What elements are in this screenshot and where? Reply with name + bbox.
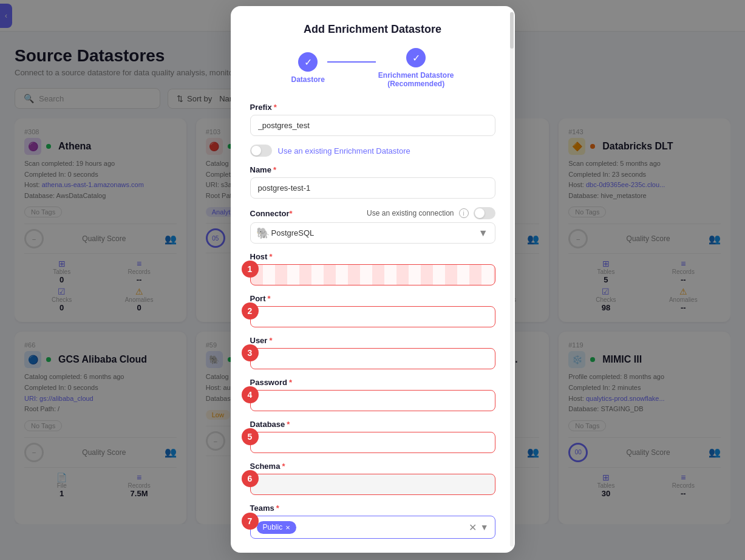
database-label: Database* bbox=[250, 420, 495, 429]
toggle-knob bbox=[251, 146, 261, 155]
name-input[interactable] bbox=[250, 177, 495, 199]
info-icon: i bbox=[459, 208, 469, 218]
modal-title: Add Enrichment Datastore bbox=[250, 23, 495, 36]
connector-label: Connector* bbox=[250, 209, 293, 218]
user-group: 3 User* bbox=[250, 336, 495, 369]
postgresql-icon: 🐘 bbox=[256, 227, 270, 240]
step-label-2: Enrichment Datastore(Recommended) bbox=[378, 71, 454, 88]
user-label: User* bbox=[250, 336, 495, 345]
add-enrichment-modal: Add Enrichment Datastore ✓ Datastore ✓ E… bbox=[231, 6, 515, 553]
name-group: Name* bbox=[250, 165, 495, 199]
prefix-label: Prefix* bbox=[250, 103, 495, 112]
host-group: 1 Host* bbox=[250, 252, 495, 285]
team-tag-public: Public × bbox=[257, 521, 296, 534]
step-datastore: ✓ Datastore bbox=[291, 52, 324, 84]
step-badge-3: 3 bbox=[242, 344, 259, 361]
teams-dropdown-arrow[interactable]: ▼ bbox=[480, 522, 489, 532]
database-input[interactable] bbox=[250, 432, 495, 453]
schema-group: 6 Schema* bbox=[250, 462, 495, 495]
connector-group: Connector* Use an existing connection i … bbox=[250, 207, 495, 244]
modal-scrollbar-thumb[interactable] bbox=[510, 12, 514, 49]
host-label: Host* bbox=[250, 252, 495, 261]
password-label: Password* bbox=[250, 378, 495, 387]
step-badge-1: 1 bbox=[242, 261, 259, 278]
connector-row: Connector* Use an existing connection i bbox=[250, 207, 495, 219]
database-group: 5 Database* bbox=[250, 420, 495, 453]
step-badge-4: 4 bbox=[242, 386, 259, 403]
team-tag-label: Public bbox=[263, 523, 283, 531]
user-input[interactable] bbox=[250, 348, 495, 369]
schema-label: Schema* bbox=[250, 462, 495, 471]
port-label: Port* bbox=[250, 294, 495, 303]
existing-conn-toggle[interactable] bbox=[474, 207, 495, 219]
existing-toggle-row: Use an existing Enrichment Datastore bbox=[250, 145, 495, 157]
step-circle-1: ✓ bbox=[298, 52, 318, 72]
prefix-group: Prefix* bbox=[250, 103, 495, 136]
name-label: Name* bbox=[250, 165, 495, 174]
step-label-1: Datastore bbox=[291, 75, 324, 84]
connector-select-wrap: 🐘 PostgreSQL ▼ bbox=[250, 222, 495, 244]
step-connector bbox=[327, 61, 376, 63]
port-group: 2 Port* bbox=[250, 294, 495, 327]
host-input[interactable] bbox=[250, 264, 495, 285]
connector-select[interactable]: PostgreSQL bbox=[250, 222, 495, 244]
step-badge-6: 6 bbox=[242, 470, 259, 487]
step-badge-7: 7 bbox=[242, 513, 259, 530]
step-enrichment: ✓ Enrichment Datastore(Recommended) bbox=[378, 48, 454, 88]
toggle-knob-2 bbox=[475, 208, 485, 218]
team-tag-remove[interactable]: × bbox=[285, 523, 290, 532]
toggle-label: Use an existing Enrichment Datastore bbox=[278, 146, 410, 155]
existing-conn-label: Use an existing connection bbox=[367, 209, 454, 217]
stepper: ✓ Datastore ✓ Enrichment Datastore(Recom… bbox=[250, 48, 495, 88]
step-badge-2: 2 bbox=[242, 302, 259, 319]
prefix-input[interactable] bbox=[250, 115, 495, 136]
password-group: 4 Password* bbox=[250, 378, 495, 411]
teams-label: Teams* bbox=[250, 504, 495, 513]
teams-clear-button[interactable]: ✕ bbox=[469, 522, 477, 533]
password-input[interactable] bbox=[250, 390, 495, 411]
teams-input[interactable]: Public × ✕ ▼ bbox=[250, 516, 495, 539]
port-input[interactable] bbox=[250, 306, 495, 327]
existing-toggle[interactable] bbox=[250, 145, 272, 157]
step-badge-5: 5 bbox=[242, 428, 259, 445]
schema-input[interactable] bbox=[250, 474, 495, 495]
step-circle-2: ✓ bbox=[406, 48, 426, 67]
existing-conn-row: Use an existing connection i bbox=[367, 207, 495, 219]
modal-scrollbar-track bbox=[510, 12, 514, 547]
teams-group: 7 Teams* Public × ✕ ▼ bbox=[250, 504, 495, 539]
